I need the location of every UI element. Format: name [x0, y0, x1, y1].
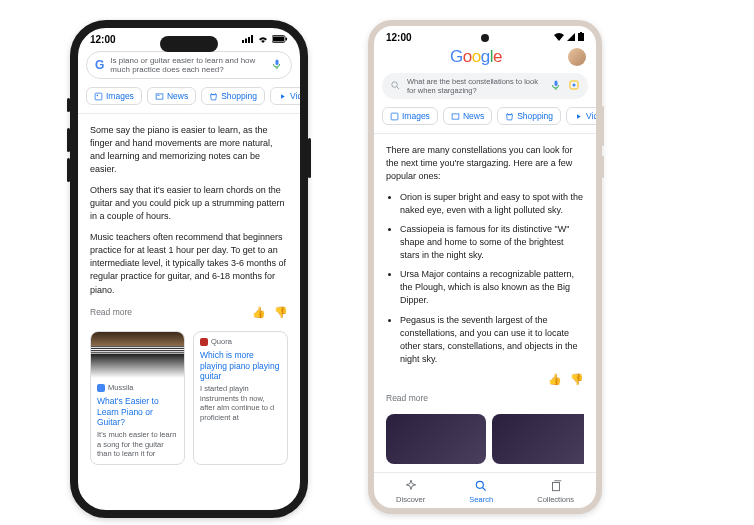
result-intro: There are many constellations you can lo… — [386, 144, 584, 183]
power-button — [602, 156, 604, 178]
nav-discover[interactable]: Discover — [396, 479, 425, 504]
filter-chips: Images News Shopping Vide — [78, 83, 300, 114]
svg-rect-19 — [452, 113, 459, 118]
bullet-ursa-major: Ursa Major contains a recognizable patte… — [400, 268, 584, 307]
thumbs-down-icon[interactable]: 👎 — [274, 305, 288, 321]
svg-point-14 — [392, 81, 398, 87]
carousel-image[interactable] — [492, 414, 584, 464]
svg-rect-2 — [248, 37, 250, 43]
dynamic-island — [160, 36, 218, 52]
camera-punch-hole — [481, 34, 489, 42]
chip-videos[interactable]: Vide — [566, 107, 596, 125]
battery-icon — [578, 32, 584, 43]
svg-point-8 — [97, 94, 99, 96]
svg-marker-20 — [577, 114, 581, 119]
svg-rect-12 — [578, 33, 584, 41]
nav-collections[interactable]: Collections — [537, 479, 574, 504]
search-box[interactable]: What are the best constellations to look… — [382, 73, 588, 99]
search-header: What are the best constellations to look… — [374, 69, 596, 103]
chip-videos[interactable]: Vide — [270, 87, 300, 105]
pixel-device: 12:00 Google What are the best constella… — [368, 20, 602, 514]
svg-rect-1 — [245, 39, 247, 44]
chip-images[interactable]: Images — [382, 107, 438, 125]
power-button — [308, 138, 311, 178]
svg-rect-3 — [251, 35, 253, 43]
svg-rect-18 — [391, 113, 398, 120]
search-box[interactable]: G Is piano or guitar easier to learn and… — [86, 51, 292, 79]
result-card-mussila[interactable]: Mussila What's Easier to Learn Piano or … — [90, 331, 185, 466]
image-carousel[interactable] — [386, 414, 584, 464]
search-results-content: There are many constellations you can lo… — [374, 134, 596, 472]
read-more-link[interactable]: Read more — [90, 306, 132, 318]
nav-search[interactable]: Search — [469, 479, 493, 504]
svg-rect-6 — [286, 38, 288, 41]
bottom-navigation: Discover Search Collections — [374, 472, 596, 508]
bullet-cassiopeia: Cassiopeia is famous for its distinctive… — [400, 223, 584, 262]
result-paragraph-1: Some say the piano is easier to learn, a… — [90, 124, 288, 176]
account-avatar[interactable] — [568, 48, 586, 66]
svg-rect-13 — [580, 32, 582, 33]
bullet-orion: Orion is super bright and easy to spot w… — [400, 191, 584, 217]
mussila-icon — [97, 384, 105, 392]
signal-icon — [567, 32, 575, 43]
search-query-text: Is piano or guitar easier to learn and h… — [110, 56, 265, 74]
svg-line-15 — [397, 86, 399, 88]
svg-point-17 — [573, 84, 576, 87]
thumbs-up-icon[interactable]: 👍 — [548, 372, 562, 388]
battery-icon — [272, 34, 288, 45]
thumbs-down-icon[interactable]: 👎 — [570, 372, 584, 388]
carousel-image[interactable] — [386, 414, 486, 464]
search-header: G Is piano or guitar easier to learn and… — [78, 47, 300, 83]
chip-images[interactable]: Images — [86, 87, 142, 105]
wifi-icon — [257, 34, 269, 45]
svg-rect-23 — [552, 483, 559, 491]
status-time: 12:00 — [90, 34, 116, 45]
result-card-quora[interactable]: Quora Which is more playing piano playin… — [193, 331, 288, 466]
filter-chips: Images News Shopping Vide — [374, 103, 596, 134]
svg-rect-0 — [242, 40, 244, 43]
svg-rect-7 — [95, 93, 102, 100]
constellation-list: Orion is super bright and easy to spot w… — [386, 191, 584, 366]
svg-point-21 — [477, 481, 484, 488]
volume-down-button — [67, 158, 70, 182]
chip-shopping[interactable]: Shopping — [201, 87, 265, 105]
result-paragraph-2: Others say that it's easier to learn cho… — [90, 184, 288, 223]
google-logo: Google — [384, 45, 568, 69]
chip-news[interactable]: News — [443, 107, 492, 125]
search-icon — [390, 80, 401, 93]
volume-up-button — [67, 128, 70, 152]
chip-news[interactable]: News — [147, 87, 196, 105]
svg-rect-9 — [156, 93, 163, 98]
mic-icon[interactable] — [271, 58, 283, 72]
signal-icon — [242, 34, 254, 45]
svg-line-22 — [483, 488, 486, 491]
search-results-content: Some say the piano is easier to learn, a… — [78, 114, 300, 510]
status-time: 12:00 — [386, 32, 412, 43]
iphone-device: 12:00 G Is piano or guitar easier to lea… — [70, 20, 308, 518]
mic-icon[interactable] — [550, 79, 562, 93]
thumbs-up-icon[interactable]: 👍 — [252, 305, 266, 321]
card-image-piano — [91, 332, 184, 378]
quora-icon — [200, 338, 208, 346]
read-more-link[interactable]: Read more — [386, 392, 584, 404]
lens-icon[interactable] — [568, 79, 580, 93]
google-g-icon: G — [95, 58, 104, 72]
bullet-pegasus: Pegasus is the seventh largest of the co… — [400, 314, 584, 366]
search-query-text: What are the best constellations to look… — [407, 77, 544, 95]
svg-marker-11 — [281, 94, 285, 99]
chip-shopping[interactable]: Shopping — [497, 107, 561, 125]
svg-rect-5 — [273, 37, 284, 42]
mute-switch — [67, 98, 70, 112]
volume-button — [602, 106, 604, 146]
wifi-icon — [554, 32, 564, 43]
result-paragraph-3: Music teachers often recommend that begi… — [90, 231, 288, 296]
